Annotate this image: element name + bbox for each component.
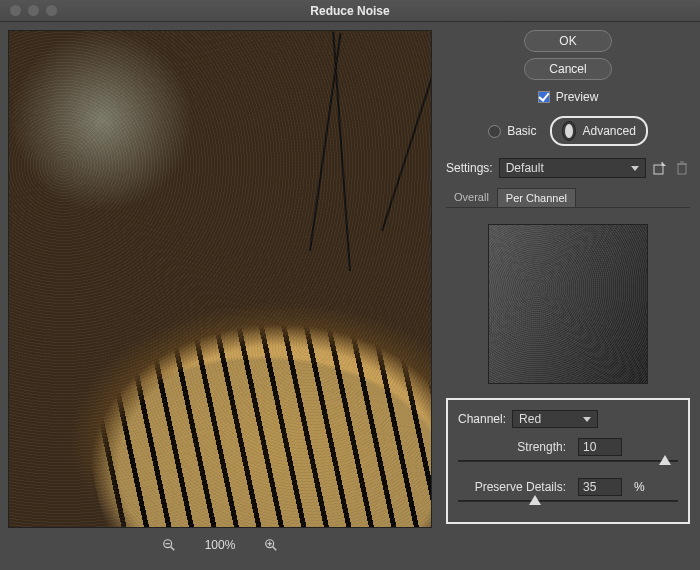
preserve-details-slider[interactable] — [458, 494, 678, 508]
tab-overall[interactable]: Overall — [446, 188, 497, 207]
save-preset-icon[interactable] — [652, 160, 668, 176]
settings-value: Default — [506, 161, 544, 175]
svg-rect-9 — [678, 164, 686, 174]
tabs: Overall Per Channel — [446, 188, 690, 208]
mode-basic-label: Basic — [507, 124, 536, 138]
percent-unit: % — [634, 480, 645, 494]
zoom-out-icon[interactable] — [161, 537, 177, 553]
titlebar: Reduce Noise — [0, 0, 700, 22]
minimize-window-icon[interactable] — [28, 5, 39, 16]
strength-slider[interactable] — [458, 454, 678, 468]
zoom-level[interactable]: 100% — [205, 538, 236, 552]
preview-pane: 100% — [0, 22, 440, 570]
mode-advanced-option[interactable]: Advanced — [550, 116, 647, 146]
tab-per-channel[interactable]: Per Channel — [497, 188, 576, 207]
window-controls — [10, 5, 57, 16]
radio-icon — [562, 121, 576, 141]
radio-icon — [488, 125, 501, 138]
svg-line-1 — [170, 547, 174, 551]
mode-basic-option[interactable]: Basic — [488, 124, 536, 138]
window-title: Reduce Noise — [310, 4, 389, 18]
ok-button[interactable]: OK — [524, 30, 612, 52]
settings-select[interactable]: Default — [499, 158, 646, 178]
zoom-window-icon[interactable] — [46, 5, 57, 16]
channel-preview[interactable] — [488, 224, 648, 384]
mode-advanced-label: Advanced — [582, 124, 635, 138]
channel-label: Channel: — [458, 412, 506, 426]
channel-controls: Channel: Red Strength: 10 Preserve — [446, 398, 690, 524]
zoom-in-icon[interactable] — [263, 537, 279, 553]
dialog-content: 100% OK Cancel Preview Basic Advanced Se… — [0, 22, 700, 570]
preview-checkbox[interactable] — [538, 91, 550, 103]
chevron-down-icon — [631, 166, 639, 171]
preview-image[interactable] — [8, 30, 432, 528]
preview-label: Preview — [556, 90, 599, 104]
svg-rect-7 — [654, 165, 663, 174]
strength-label: Strength: — [458, 440, 566, 454]
chevron-down-icon — [583, 417, 591, 422]
preserve-details-label: Preserve Details: — [458, 480, 566, 494]
settings-label: Settings: — [446, 161, 493, 175]
cancel-button[interactable]: Cancel — [524, 58, 612, 80]
svg-line-4 — [273, 547, 277, 551]
channel-value: Red — [519, 412, 541, 426]
controls-pane: OK Cancel Preview Basic Advanced Setting… — [440, 22, 700, 570]
channel-select[interactable]: Red — [512, 410, 598, 428]
trash-icon[interactable] — [674, 160, 690, 176]
zoom-bar: 100% — [8, 528, 432, 562]
close-window-icon[interactable] — [10, 5, 21, 16]
